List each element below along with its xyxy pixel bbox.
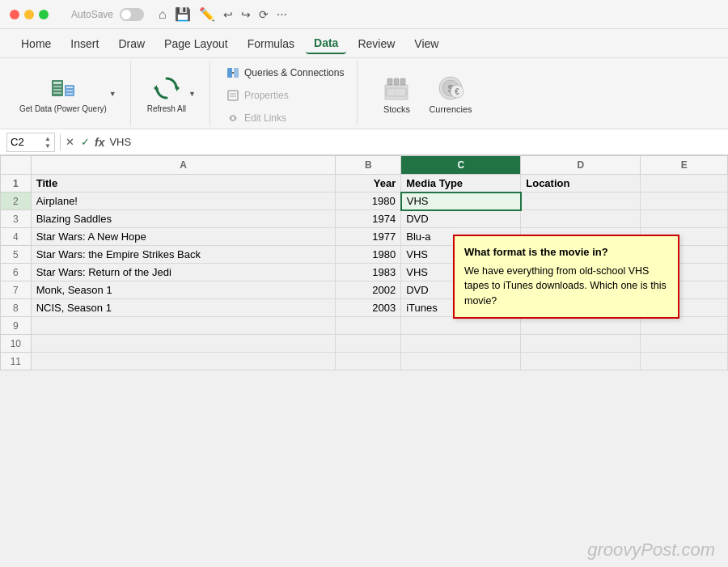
undo-icon[interactable]: ↩	[223, 8, 233, 21]
cell-a1[interactable]: Title	[31, 175, 336, 193]
cell-e9[interactable]	[641, 317, 728, 335]
refresh-all-button[interactable]: Refresh All ▼	[144, 72, 200, 115]
table-row: 2 Airplane! 1980 VHS	[1, 193, 728, 210]
cell-a9[interactable]	[31, 317, 336, 335]
autosave-toggle[interactable]	[120, 8, 144, 21]
cell-e11[interactable]	[641, 353, 728, 370]
cell-e2[interactable]	[641, 193, 728, 210]
col-header-a[interactable]: A	[31, 156, 336, 175]
col-header-d[interactable]: D	[521, 156, 641, 175]
svg-rect-18	[385, 85, 408, 99]
cell-ref-arrows[interactable]: ▲ ▼	[44, 135, 51, 150]
cell-a11[interactable]	[31, 353, 336, 370]
cell-b4[interactable]: 1977	[336, 228, 401, 246]
menu-review[interactable]: Review	[349, 34, 403, 53]
home-icon[interactable]: ⌂	[159, 7, 167, 22]
cell-c2[interactable]: VHS	[401, 193, 521, 210]
cell-a2[interactable]: Airplane!	[31, 193, 336, 210]
fx-label: fx	[95, 136, 104, 149]
cell-b10[interactable]	[336, 335, 401, 353]
cell-c3[interactable]: DVD	[401, 210, 521, 228]
row-num-2[interactable]: 2	[1, 193, 32, 210]
minimize-button[interactable]	[24, 10, 34, 19]
properties-button[interactable]: Properties	[223, 87, 292, 104]
stocks-button[interactable]: Stocks	[377, 72, 416, 116]
queries-connections-button[interactable]: Queries & Connections	[223, 65, 347, 81]
menu-home[interactable]: Home	[13, 34, 59, 53]
menu-formulas[interactable]: Formulas	[239, 34, 303, 53]
edit-icon[interactable]: ✏️	[199, 6, 215, 22]
cell-c10[interactable]	[401, 335, 521, 353]
cell-b3[interactable]: 1974	[336, 210, 401, 228]
cell-b2[interactable]: 1980	[336, 193, 401, 210]
cell-e1[interactable]	[641, 175, 728, 193]
svg-rect-4	[53, 92, 61, 94]
cell-d11[interactable]	[521, 353, 641, 370]
confirm-icon[interactable]: ✓	[81, 136, 90, 148]
cell-b8[interactable]: 2003	[336, 299, 401, 317]
row-num-10[interactable]: 10	[1, 335, 32, 353]
row-num-8[interactable]: 8	[1, 299, 32, 317]
row-num-4[interactable]: 4	[1, 228, 32, 246]
cell-reference[interactable]: C2 ▲ ▼	[6, 133, 55, 152]
currencies-button[interactable]: $ € Currencies	[425, 72, 475, 116]
cell-b6[interactable]: 1983	[336, 264, 401, 281]
refresh-title-icon[interactable]: ⟳	[259, 8, 269, 21]
cell-b9[interactable]	[336, 317, 401, 335]
col-header-c[interactable]: C	[401, 156, 521, 175]
menu-data[interactable]: Data	[306, 33, 346, 54]
refresh-dropdown[interactable]: ▼	[188, 88, 197, 99]
get-data-button[interactable]: Get Data (Power Query) ▼	[16, 72, 121, 115]
cell-d1[interactable]: Location	[521, 175, 641, 193]
cell-a6[interactable]: Star Wars: Return of the Jedi	[31, 264, 336, 281]
cell-d3[interactable]	[521, 210, 641, 228]
save-icon[interactable]: 💾	[175, 6, 191, 22]
menu-view[interactable]: View	[406, 34, 447, 53]
cell-a4[interactable]: Star Wars: A New Hope	[31, 228, 336, 246]
row-num-1[interactable]: 1	[1, 175, 32, 193]
row-num-11[interactable]: 11	[1, 353, 32, 370]
svg-rect-2	[53, 86, 61, 87]
col-header-b[interactable]: B	[336, 156, 401, 175]
more-icon[interactable]: ···	[277, 7, 287, 22]
svg-rect-11	[227, 68, 232, 78]
cell-b7[interactable]: 2002	[336, 281, 401, 299]
cell-c1[interactable]: Media Type	[401, 175, 521, 193]
cell-a3[interactable]: Blazing Saddles	[31, 210, 336, 228]
get-data-dropdown[interactable]: ▼	[108, 88, 117, 99]
cell-a7[interactable]: Monk, Season 1	[31, 281, 336, 299]
cell-b5[interactable]: 1980	[336, 246, 401, 264]
cell-a5[interactable]: Star Wars: the Empire Strikes Back	[31, 246, 336, 264]
cell-b1[interactable]: Year	[336, 175, 401, 193]
comment-title: What format is the movie in?	[464, 244, 668, 260]
cell-d10[interactable]	[521, 335, 641, 353]
cell-c9[interactable]	[401, 317, 521, 335]
close-button[interactable]	[10, 10, 19, 19]
cell-e10[interactable]	[641, 335, 728, 353]
cell-c11[interactable]	[401, 353, 521, 370]
row-num-7[interactable]: 7	[1, 281, 32, 299]
edit-links-button[interactable]: Edit Links	[223, 110, 290, 126]
col-header-e[interactable]: E	[641, 156, 728, 175]
row-num-3[interactable]: 3	[1, 210, 32, 228]
cell-e3[interactable]	[641, 210, 728, 228]
ribbon: Get Data (Power Query) ▼ Refresh All ▼	[0, 58, 728, 129]
cell-b11[interactable]	[336, 353, 401, 370]
row-num-6[interactable]: 6	[1, 264, 32, 281]
cell-a10[interactable]	[31, 335, 336, 353]
menu-insert[interactable]: Insert	[62, 34, 107, 53]
svg-rect-3	[53, 89, 61, 91]
redo-dropdown-icon[interactable]: ↪	[241, 8, 251, 21]
menu-page-layout[interactable]: Page Layout	[156, 34, 236, 53]
cell-d2[interactable]	[521, 193, 641, 210]
svg-rect-6	[66, 87, 73, 88]
maximize-button[interactable]	[39, 10, 49, 19]
row-num-9[interactable]: 9	[1, 317, 32, 335]
cell-d9[interactable]	[521, 317, 641, 335]
row-num-5[interactable]: 5	[1, 246, 32, 264]
formula-input[interactable]: VHS	[109, 136, 722, 148]
cell-a8[interactable]: NCIS, Season 1	[31, 299, 336, 317]
menu-draw[interactable]: Draw	[110, 34, 153, 53]
edit-links-icon	[226, 112, 239, 125]
cancel-icon[interactable]: ✕	[66, 136, 74, 148]
